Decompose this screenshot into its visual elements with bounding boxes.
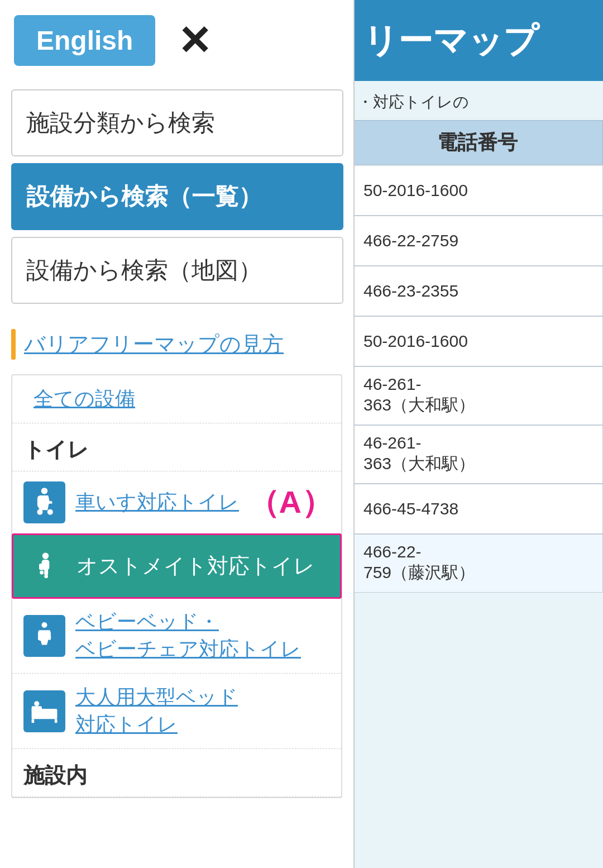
svg-rect-15: [55, 719, 58, 723]
svg-point-1: [37, 509, 42, 515]
header-title: リーマップ: [363, 17, 538, 64]
svg-rect-14: [32, 719, 35, 723]
wheelchair-toilet-label: 車いす対応トイレ: [75, 489, 239, 516]
search-by-category-button[interactable]: 施設分類から検索: [11, 89, 343, 156]
adult-bed-toilet-item[interactable]: 大人用大型ベッド対応トイレ: [12, 674, 341, 749]
svg-point-6: [40, 571, 44, 575]
wheelchair-toilet-item[interactable]: 車いす対応トイレ （A）: [12, 471, 341, 534]
table-column-header: 電話番号: [352, 120, 603, 165]
table-row: 46-261-363（大和駅）: [352, 425, 603, 484]
ostomate-toilet-item[interactable]: オストメイト対応トイレ: [12, 533, 342, 599]
svg-point-13: [34, 701, 39, 706]
baby-icon: [23, 615, 65, 657]
overlay-header: English ✕: [0, 0, 353, 81]
toilet-section-header: トイレ: [12, 423, 341, 471]
table-row: 46-261-363（大和駅）: [352, 366, 603, 425]
svg-point-2: [47, 509, 53, 515]
table-row: 50-2016-1600: [352, 165, 603, 216]
overlay-panel: English ✕ 施設分類から検索 設備から検索（一覧） 設備から検索（地図）…: [0, 0, 355, 868]
adult-bed-toilet-label: 大人用大型ベッド対応トイレ: [75, 684, 238, 738]
all-equipment-label: 全ての設備: [34, 385, 135, 413]
badge-a: （A）: [248, 481, 333, 524]
baby-toilet-label: ベビーベッド・ベビーチェア対応トイレ: [75, 608, 301, 663]
ostomate-icon: [25, 545, 66, 587]
search-by-equipment-map-button[interactable]: 設備から検索（地図）: [11, 237, 343, 304]
equipment-list: 全ての設備 トイレ 車いす対応トイレ （A）: [11, 374, 342, 798]
english-button[interactable]: English: [14, 15, 155, 66]
baby-toilet-item[interactable]: ベビーベッド・ベビーチェア対応トイレ: [12, 598, 341, 674]
link-bar-indicator: [11, 329, 16, 360]
svg-point-0: [41, 488, 47, 494]
wheelchair-icon: [23, 481, 65, 523]
svg-point-10: [39, 636, 43, 640]
ostomate-toilet-label: オストメイト対応トイレ: [76, 552, 315, 580]
adult-bed-icon: [23, 690, 65, 732]
svg-rect-12: [32, 706, 42, 711]
intro-text: ・対応トイレの: [352, 84, 603, 120]
all-equipment-item[interactable]: 全ての設備: [12, 375, 341, 423]
close-button[interactable]: ✕: [178, 21, 211, 61]
table-row: 50-2016-1600: [352, 316, 603, 366]
guide-link[interactable]: バリアフリーマップの見方: [24, 330, 284, 359]
svg-point-8: [44, 574, 48, 578]
table-row: 466-22-759（藤沢駅）: [352, 534, 603, 593]
table-row: 466-22-2759: [352, 216, 603, 266]
table-row: 466-45-4738: [352, 484, 603, 534]
svg-rect-5: [39, 564, 44, 570]
menu-section: 施設分類から検索 設備から検索（一覧） 設備から検索（地図）: [0, 81, 353, 319]
search-by-equipment-list-button[interactable]: 設備から検索（一覧）: [11, 163, 343, 230]
facility-section-header: 施設内: [12, 749, 341, 797]
svg-point-9: [41, 622, 47, 627]
svg-rect-7: [44, 569, 48, 575]
table-row: 466-23-2355: [352, 266, 603, 316]
svg-point-3: [42, 552, 49, 559]
guide-link-item: バリアフリーマップの見方: [0, 319, 353, 370]
